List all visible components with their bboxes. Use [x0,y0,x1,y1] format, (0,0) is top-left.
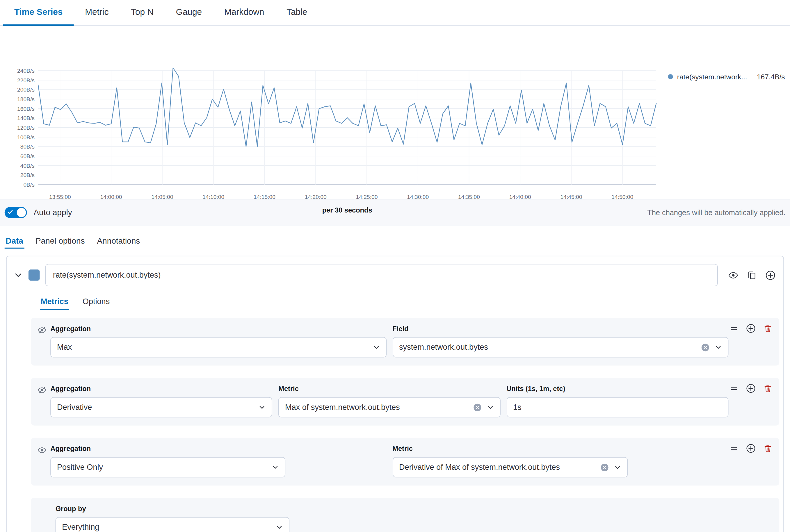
units-input[interactable] [507,397,728,417]
drag-handle-icon[interactable] [730,384,738,393]
y-axis-label: 240B/s [17,68,35,74]
tab-markdown[interactable]: Markdown [213,0,275,25]
chart-interval-label: per 30 seconds [38,206,656,214]
clone-series-icon[interactable] [747,270,756,279]
x-axis-label: 14:50:00 [611,194,633,200]
x-axis-label: 14:25:00 [356,194,378,200]
chevron-down-icon [272,464,279,471]
timeseries-chart: 240B/s220B/s200B/s180B/s160B/s140B/s120B… [0,26,790,199]
series-header [7,256,784,291]
series-tab-metrics[interactable]: Metrics [40,293,69,310]
y-axis-label: 20B/s [20,172,35,178]
metric-row: AggregationPositive OnlyMetricDerivative… [31,438,779,486]
legend-color-dot [668,74,673,79]
field-label: Aggregation [50,445,386,452]
series-label-input[interactable] [45,264,718,286]
eye-icon[interactable] [728,270,738,280]
visualization-type-tabs: Time SeriesMetricTop NGaugeMarkdownTable [0,0,790,26]
chevron-down-icon [276,524,283,531]
field-label: Aggregation [50,385,272,393]
drag-handle-icon[interactable] [730,444,738,453]
field-label: Units (1s, 1m, etc) [507,385,728,393]
tab-data[interactable]: Data [5,228,24,253]
collapse-series-icon[interactable] [14,270,23,279]
x-axis-label: 14:15:00 [254,194,275,200]
chevron-down-icon [259,404,265,411]
x-axis-label: 14:45:00 [561,194,582,200]
series-color-swatch[interactable] [29,269,40,281]
group-by-label: Group by [56,505,779,513]
selected-value: Positive Only [57,462,267,472]
metric-combobox[interactable]: Derivative of Max of system.network.out.… [392,457,628,477]
field-label: Metric [278,385,500,393]
field-label: Metric [392,445,728,452]
y-axis-label: 100B/s [17,134,35,140]
tab-annotations[interactable]: Annotations [96,228,141,253]
tab-panel-options[interactable]: Panel options [34,228,86,253]
clear-selection-icon[interactable] [701,343,710,352]
chart-x-axis: 13:55:0014:00:0014:05:0014:10:0014:15:00… [38,194,656,202]
y-axis-label: 80B/s [20,144,35,150]
add-series-icon[interactable] [766,270,775,280]
eye-slash-icon [38,326,46,337]
aggregation-select[interactable]: Positive Only [50,457,286,477]
x-axis-label: 13:55:00 [49,194,71,200]
chart-plot-area[interactable] [38,71,656,185]
delete-metric-button[interactable] [764,324,772,333]
y-axis-label: 200B/s [17,87,35,93]
eye-slash-icon [38,386,46,397]
y-axis-label: 40B/s [20,163,35,169]
tab-table[interactable]: Table [275,0,318,25]
metric-row-actions [730,444,772,453]
legend-series-value: 167.4B/s [757,73,785,81]
x-axis-label: 14:30:00 [407,194,429,200]
aggregation-select[interactable]: Max [50,337,386,358]
y-axis-label: 0B/s [23,182,35,188]
group-by-select[interactable]: Everything [56,517,289,532]
x-axis-label: 14:40:00 [509,194,531,200]
x-axis-label: 14:20:00 [305,194,327,200]
add-metric-button[interactable] [746,444,755,453]
selected-value: Derivative [57,403,254,412]
add-metric-button[interactable] [746,384,755,393]
selected-value: system.network.out.bytes [399,343,696,352]
metric-row-actions [730,384,772,393]
tab-gauge[interactable]: Gauge [165,0,213,25]
x-axis-label: 14:05:00 [151,194,173,200]
tab-top-n[interactable]: Top N [120,0,165,25]
auto-apply-toggle[interactable] [5,207,27,218]
tab-time-series[interactable]: Time Series [3,0,74,25]
clear-selection-icon[interactable] [473,403,482,412]
tab-metric[interactable]: Metric [74,0,120,25]
drag-handle-icon[interactable] [730,324,738,333]
y-axis-label: 160B/s [17,106,35,112]
delete-metric-button[interactable] [764,384,772,393]
metric-combobox[interactable]: Max of system.network.out.bytes [278,397,500,417]
series-actions [728,270,775,280]
aggregation-select[interactable]: Derivative [50,397,272,417]
eye-icon [38,446,46,457]
y-axis-label: 180B/s [17,96,35,102]
x-axis-label: 14:35:00 [458,194,480,200]
chart-legend[interactable]: rate(system.network... 167.4B/s [668,73,785,81]
y-axis-label: 220B/s [17,77,35,83]
metric-row: AggregationDerivativeMetricMax of system… [31,378,779,425]
metric-row-actions [730,324,772,333]
selected-value: Derivative of Max of system.network.out.… [399,462,595,472]
field-combobox[interactable]: system.network.out.bytes [392,337,728,358]
clear-selection-icon[interactable] [600,463,609,472]
y-axis-label: 60B/s [20,153,35,159]
x-axis-label: 14:00:00 [100,194,122,200]
delete-metric-button[interactable] [764,444,772,453]
series-tab-options[interactable]: Options [82,293,110,310]
y-axis-label: 120B/s [17,125,35,131]
legend-series-label: rate(system.network... [677,73,747,81]
x-axis-label: 14:10:00 [202,194,224,200]
auto-apply-hint: The changes will be automatically applie… [647,208,785,216]
selected-value: Max [57,343,368,352]
add-metric-button[interactable] [746,324,755,333]
chevron-down-icon [373,344,380,350]
metric-row: AggregationMaxFieldsystem.network.out.by… [31,318,779,365]
series-panel: MetricsOptions AggregationMaxFieldsystem… [6,256,784,532]
chevron-down-icon [486,404,494,411]
